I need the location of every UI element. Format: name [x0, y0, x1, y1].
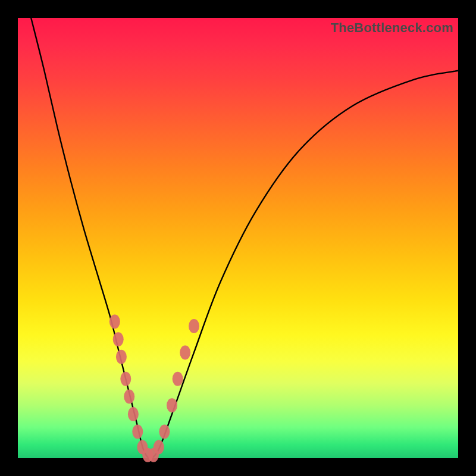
data-marker	[167, 398, 177, 412]
data-marker	[189, 319, 199, 333]
curve-svg	[18, 18, 458, 458]
data-marker	[154, 440, 164, 455]
bottleneck-curve	[31, 18, 458, 458]
data-marker	[128, 407, 139, 421]
marker-group	[109, 315, 199, 462]
plot-area: TheBottleneck.com	[18, 18, 458, 458]
data-marker	[113, 332, 124, 346]
data-marker	[109, 315, 120, 329]
chart-frame: TheBottleneck.com	[0, 0, 476, 476]
data-marker	[124, 389, 134, 403]
data-marker	[116, 350, 127, 364]
data-marker	[159, 425, 170, 439]
data-marker	[180, 345, 190, 359]
data-marker	[120, 372, 131, 386]
data-marker	[173, 372, 183, 386]
data-marker	[132, 425, 143, 439]
